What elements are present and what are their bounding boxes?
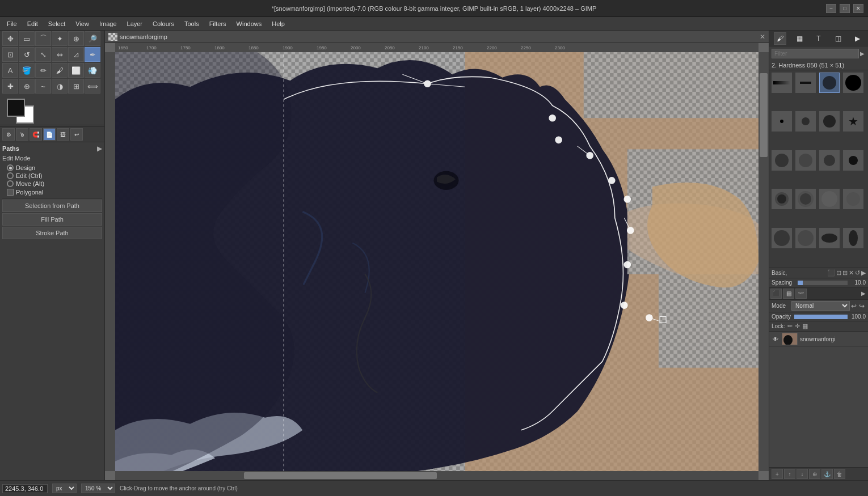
brush-cell[interactable] bbox=[772, 189, 792, 209]
brush-cell[interactable] bbox=[819, 228, 840, 248]
preset-btn-2[interactable]: ⊡ bbox=[836, 269, 841, 277]
measure-tool[interactable]: ⊞ bbox=[68, 79, 84, 94]
raise-layer-button[interactable]: ↑ bbox=[784, 469, 795, 479]
menu-file[interactable]: File bbox=[2, 19, 22, 28]
lock-alpha-icon[interactable]: ▦ bbox=[802, 323, 808, 330]
menu-view[interactable]: View bbox=[71, 19, 94, 28]
brush-cell[interactable] bbox=[843, 189, 863, 209]
canvas-viewport[interactable] bbox=[115, 52, 759, 471]
foreground-color[interactable] bbox=[7, 99, 25, 117]
menu-help[interactable]: Help bbox=[267, 19, 289, 28]
mode-select[interactable]: Normal bbox=[791, 301, 850, 311]
device-tab[interactable]: 🖱 bbox=[16, 128, 28, 141]
document-tab[interactable]: 📄 bbox=[43, 128, 56, 141]
brush-cell[interactable] bbox=[843, 73, 863, 93]
path-tool[interactable]: ✒ bbox=[85, 47, 100, 62]
brush-cell[interactable] bbox=[843, 228, 863, 248]
menu-layer[interactable]: Layer bbox=[123, 19, 148, 28]
airbrush-tool[interactable]: 💨 bbox=[85, 63, 100, 78]
snap-tab[interactable]: 🧲 bbox=[30, 128, 42, 141]
brushes-tab[interactable]: 🖌 bbox=[774, 32, 786, 45]
opacity-bar[interactable] bbox=[794, 315, 848, 319]
images-tab[interactable]: 🖼 bbox=[57, 128, 69, 141]
brush-cell[interactable] bbox=[795, 228, 816, 248]
undo-tab[interactable]: ↩ bbox=[70, 128, 83, 141]
fill-tool[interactable]: 🪣 bbox=[19, 63, 35, 78]
edit-radio[interactable] bbox=[7, 172, 14, 179]
brush-cell-selected[interactable] bbox=[819, 73, 840, 93]
mode-undo[interactable]: ↩ bbox=[850, 302, 858, 310]
close-button[interactable]: ✕ bbox=[853, 4, 863, 13]
eraser-tool[interactable]: ⬜ bbox=[68, 63, 84, 78]
maximize-button[interactable]: □ bbox=[840, 4, 850, 13]
cage-tool[interactable]: ⊿ bbox=[68, 47, 84, 62]
coordinates-input[interactable] bbox=[2, 484, 48, 493]
design-radio[interactable] bbox=[7, 164, 14, 171]
unit-select[interactable]: px % mm bbox=[52, 484, 77, 493]
brush-cell[interactable] bbox=[843, 150, 863, 171]
clone-tool[interactable]: ⊕ bbox=[19, 79, 35, 94]
minimize-button[interactable]: – bbox=[826, 4, 836, 13]
menu-select[interactable]: Select bbox=[44, 19, 70, 28]
preset-btn-4[interactable]: ✕ bbox=[849, 269, 854, 277]
paths-panel-menu[interactable]: ▶ bbox=[97, 145, 102, 152]
menu-edit[interactable]: Edit bbox=[23, 19, 43, 28]
h-scroll-thumb[interactable] bbox=[244, 472, 437, 479]
lasso-tool[interactable]: ⌒ bbox=[35, 31, 51, 46]
filter-input[interactable] bbox=[772, 49, 859, 58]
brush-cell[interactable] bbox=[795, 73, 816, 93]
brush-cell[interactable] bbox=[795, 189, 816, 209]
layers-tab-icon-1[interactable]: ⬛ bbox=[770, 289, 782, 299]
move-alt-option[interactable]: Move (Alt) bbox=[2, 180, 102, 188]
brush-cell[interactable] bbox=[819, 150, 840, 171]
fonts-tab[interactable]: T bbox=[812, 32, 825, 45]
right-menu-btn[interactable]: ▶ bbox=[851, 32, 863, 45]
warp-tool[interactable]: ⤡ bbox=[35, 47, 51, 62]
horizontal-scrollbar[interactable] bbox=[115, 471, 759, 480]
vertical-scrollbar[interactable] bbox=[759, 52, 769, 471]
layers-tab-more[interactable]: ▶ bbox=[860, 289, 867, 298]
preset-btn-3[interactable]: ⊞ bbox=[842, 269, 848, 277]
brush-cell[interactable] bbox=[772, 228, 792, 248]
brush-cell[interactable] bbox=[795, 111, 816, 132]
tool-options-tab[interactable]: ⚙ bbox=[2, 128, 15, 141]
brush-cell[interactable] bbox=[772, 73, 792, 93]
lock-position-icon[interactable]: ✛ bbox=[795, 323, 800, 330]
delete-layer-button[interactable]: 🗑 bbox=[834, 469, 845, 479]
layers-tab-icon-3[interactable]: 〰 bbox=[795, 289, 807, 299]
edit-ctrl-option[interactable]: Edit (Ctrl) bbox=[2, 172, 102, 180]
transform-tool[interactable]: ↺ bbox=[19, 47, 35, 62]
text-tool[interactable]: A bbox=[2, 63, 18, 78]
brush-cell[interactable] bbox=[772, 111, 792, 132]
move-tool[interactable]: ✥ bbox=[2, 31, 18, 46]
layer-item[interactable]: 👁 snowmanforgi bbox=[769, 332, 868, 347]
menu-image[interactable]: Image bbox=[95, 19, 121, 28]
rect-select-tool[interactable]: ▭ bbox=[19, 31, 35, 46]
fuzzy-select-tool[interactable]: ✦ bbox=[52, 31, 68, 46]
brush-cell[interactable] bbox=[819, 111, 840, 132]
menu-windows[interactable]: Windows bbox=[232, 19, 267, 28]
brush-cell[interactable] bbox=[819, 189, 840, 209]
move-radio[interactable] bbox=[7, 180, 14, 187]
menu-filters[interactable]: Filters bbox=[205, 19, 231, 28]
preset-btn-5[interactable]: ↺ bbox=[855, 269, 860, 277]
filter-arrow[interactable]: ▶ bbox=[859, 49, 866, 58]
patterns-tab[interactable]: ▦ bbox=[793, 32, 806, 45]
mode-redo[interactable]: ↪ bbox=[858, 302, 866, 310]
pencil-tool[interactable]: ✏ bbox=[35, 63, 51, 78]
paintbrush-tool[interactable]: 🖌 bbox=[52, 63, 68, 78]
smudge-tool[interactable]: ~ bbox=[35, 79, 51, 94]
zoom-tool[interactable]: 🔎 bbox=[85, 31, 100, 46]
zoom-select[interactable]: 150 % 100 % 200 % 50 % bbox=[81, 484, 115, 493]
heal-tool[interactable]: ✚ bbox=[2, 79, 18, 94]
preset-btn-1[interactable]: ⬛ bbox=[827, 269, 835, 277]
polygonal-checkbox[interactable] bbox=[7, 189, 14, 196]
menu-tools[interactable]: Tools bbox=[180, 19, 204, 28]
duplicate-layer-button[interactable]: ⊕ bbox=[809, 469, 820, 479]
flip-tool[interactable]: ⇔ bbox=[52, 47, 68, 62]
design-option[interactable]: Design bbox=[2, 164, 102, 172]
polygonal-option[interactable]: Polygonal bbox=[2, 188, 102, 197]
new-layer-button[interactable]: + bbox=[772, 469, 783, 479]
stroke-path-button[interactable]: Stroke Path bbox=[2, 227, 102, 239]
color-picker-tool[interactable]: ⊕ bbox=[68, 31, 84, 46]
